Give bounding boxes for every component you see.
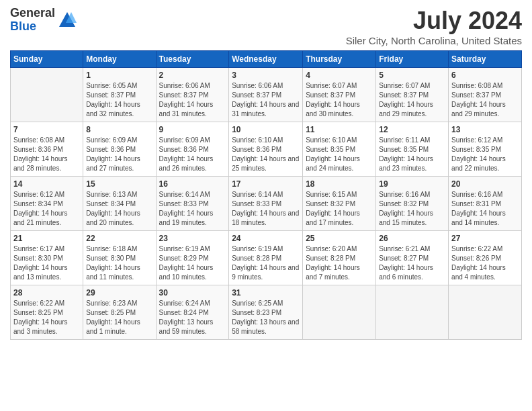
day-info: Sunrise: 6:19 AMSunset: 8:29 PMDaylight:…: [159, 245, 214, 281]
header-tuesday: Tuesday: [156, 51, 229, 68]
week-row-0: 1 Sunrise: 6:05 AMSunset: 8:37 PMDayligh…: [11, 68, 522, 122]
day-info: Sunrise: 6:17 AMSunset: 8:30 PMDaylight:…: [13, 245, 68, 281]
cell-w3-d1: 22 Sunrise: 6:18 AMSunset: 8:30 PMDaylig…: [83, 231, 156, 285]
day-number: 25: [306, 234, 373, 243]
subtitle: Siler City, North Carolina, United State…: [346, 35, 522, 46]
cell-w3-d4: 25 Sunrise: 6:20 AMSunset: 8:28 PMDaylig…: [303, 231, 376, 285]
day-info: Sunrise: 6:18 AMSunset: 8:30 PMDaylight:…: [86, 245, 140, 281]
day-number: 9: [159, 125, 226, 134]
cell-w4-d3: 31 Sunrise: 6:25 AMSunset: 8:23 PMDaylig…: [229, 285, 303, 340]
week-row-4: 28 Sunrise: 6:22 AMSunset: 8:25 PMDaylig…: [11, 285, 522, 340]
day-number: 17: [232, 179, 300, 189]
day-info: Sunrise: 6:08 AMSunset: 8:36 PMDaylight:…: [13, 136, 68, 172]
day-info: Sunrise: 6:06 AMSunset: 8:37 PMDaylight:…: [232, 82, 299, 118]
week-row-2: 14 Sunrise: 6:12 AMSunset: 8:34 PMDaylig…: [11, 177, 522, 231]
cell-w1-d6: 13 Sunrise: 6:12 AMSunset: 8:35 PMDaylig…: [449, 122, 522, 177]
day-info: Sunrise: 6:08 AMSunset: 8:37 PMDaylight:…: [451, 82, 506, 118]
day-number: 15: [86, 179, 152, 189]
cell-w0-d2: 2 Sunrise: 6:06 AMSunset: 8:37 PMDayligh…: [156, 68, 229, 122]
cell-w4-d6: [449, 285, 522, 340]
day-number: 28: [13, 288, 80, 298]
day-info: Sunrise: 6:10 AMSunset: 8:35 PMDaylight:…: [306, 136, 360, 172]
day-number: 31: [232, 288, 300, 298]
day-number: 1: [86, 71, 152, 80]
cell-w1-d2: 9 Sunrise: 6:09 AMSunset: 8:36 PMDayligh…: [156, 122, 229, 177]
cell-w2-d2: 16 Sunrise: 6:14 AMSunset: 8:33 PMDaylig…: [156, 177, 229, 231]
cell-w1-d4: 11 Sunrise: 6:10 AMSunset: 8:35 PMDaylig…: [303, 122, 376, 177]
cell-w1-d0: 7 Sunrise: 6:08 AMSunset: 8:36 PMDayligh…: [11, 122, 83, 177]
header-friday: Friday: [376, 51, 449, 68]
day-number: 14: [13, 179, 80, 189]
calendar-table: Sunday Monday Tuesday Wednesday Thursday…: [10, 50, 522, 340]
day-number: 2: [159, 71, 226, 80]
cell-w2-d4: 18 Sunrise: 6:15 AMSunset: 8:32 PMDaylig…: [303, 177, 376, 231]
header-row: Sunday Monday Tuesday Wednesday Thursday…: [11, 51, 522, 68]
day-info: Sunrise: 6:12 AMSunset: 8:34 PMDaylight:…: [13, 191, 68, 226]
cell-w2-d6: 20 Sunrise: 6:16 AMSunset: 8:31 PMDaylig…: [449, 177, 522, 231]
cell-w0-d1: 1 Sunrise: 6:05 AMSunset: 8:37 PMDayligh…: [83, 68, 156, 122]
cell-w1-d5: 12 Sunrise: 6:11 AMSunset: 8:35 PMDaylig…: [376, 122, 449, 177]
day-info: Sunrise: 6:16 AMSunset: 8:32 PMDaylight:…: [379, 191, 433, 226]
title-area: July 2024 Siler City, North Carolina, Un…: [346, 7, 522, 46]
logo-icon: [58, 11, 77, 30]
cell-w3-d5: 26 Sunrise: 6:21 AMSunset: 8:27 PMDaylig…: [376, 231, 449, 285]
day-number: 10: [232, 125, 300, 134]
day-number: 3: [232, 71, 300, 80]
day-info: Sunrise: 6:15 AMSunset: 8:32 PMDaylight:…: [306, 191, 360, 226]
cell-w4-d2: 30 Sunrise: 6:24 AMSunset: 8:24 PMDaylig…: [156, 285, 229, 340]
day-number: 26: [379, 234, 445, 243]
week-row-1: 7 Sunrise: 6:08 AMSunset: 8:36 PMDayligh…: [11, 122, 522, 177]
day-info: Sunrise: 6:24 AMSunset: 8:24 PMDaylight:…: [159, 300, 214, 335]
cell-w3-d2: 23 Sunrise: 6:19 AMSunset: 8:29 PMDaylig…: [156, 231, 229, 285]
header-wednesday: Wednesday: [229, 51, 303, 68]
cell-w3-d6: 27 Sunrise: 6:22 AMSunset: 8:26 PMDaylig…: [449, 231, 522, 285]
cell-w4-d4: [303, 285, 376, 340]
cell-w0-d3: 3 Sunrise: 6:06 AMSunset: 8:37 PMDayligh…: [229, 68, 303, 122]
cell-w4-d0: 28 Sunrise: 6:22 AMSunset: 8:25 PMDaylig…: [11, 285, 83, 340]
cell-w0-d6: 6 Sunrise: 6:08 AMSunset: 8:37 PMDayligh…: [449, 68, 522, 122]
day-info: Sunrise: 6:11 AMSunset: 8:35 PMDaylight:…: [379, 136, 433, 172]
cell-w0-d0: [11, 68, 83, 122]
cell-w4-d1: 29 Sunrise: 6:23 AMSunset: 8:25 PMDaylig…: [83, 285, 156, 340]
header: General Blue July 2024 Siler City, North…: [10, 7, 522, 46]
day-info: Sunrise: 6:21 AMSunset: 8:27 PMDaylight:…: [379, 245, 433, 281]
day-info: Sunrise: 6:09 AMSunset: 8:36 PMDaylight:…: [86, 136, 140, 172]
day-info: Sunrise: 6:12 AMSunset: 8:35 PMDaylight:…: [451, 136, 506, 172]
day-number: 7: [13, 125, 80, 134]
day-number: 29: [86, 288, 152, 298]
day-number: 8: [86, 125, 152, 134]
day-number: 20: [451, 179, 519, 189]
cell-w3-d0: 21 Sunrise: 6:17 AMSunset: 8:30 PMDaylig…: [11, 231, 83, 285]
header-saturday: Saturday: [449, 51, 522, 68]
day-number: 13: [451, 125, 519, 134]
header-monday: Monday: [83, 51, 156, 68]
week-row-3: 21 Sunrise: 6:17 AMSunset: 8:30 PMDaylig…: [11, 231, 522, 285]
day-info: Sunrise: 6:25 AMSunset: 8:23 PMDaylight:…: [232, 300, 299, 335]
day-number: 5: [379, 71, 445, 80]
cell-w0-d4: 4 Sunrise: 6:07 AMSunset: 8:37 PMDayligh…: [303, 68, 376, 122]
header-thursday: Thursday: [303, 51, 376, 68]
cell-w0-d5: 5 Sunrise: 6:07 AMSunset: 8:37 PMDayligh…: [376, 68, 449, 122]
cell-w2-d0: 14 Sunrise: 6:12 AMSunset: 8:34 PMDaylig…: [11, 177, 83, 231]
day-info: Sunrise: 6:07 AMSunset: 8:37 PMDaylight:…: [379, 82, 433, 118]
day-info: Sunrise: 6:07 AMSunset: 8:37 PMDaylight:…: [306, 82, 360, 118]
calendar-header: Sunday Monday Tuesday Wednesday Thursday…: [11, 51, 522, 68]
day-info: Sunrise: 6:16 AMSunset: 8:31 PMDaylight:…: [451, 191, 506, 226]
cell-w4-d5: [376, 285, 449, 340]
cell-w2-d5: 19 Sunrise: 6:16 AMSunset: 8:32 PMDaylig…: [376, 177, 449, 231]
cell-w2-d1: 15 Sunrise: 6:13 AMSunset: 8:34 PMDaylig…: [83, 177, 156, 231]
header-sunday: Sunday: [11, 51, 83, 68]
day-number: 6: [451, 71, 519, 80]
calendar-body: 1 Sunrise: 6:05 AMSunset: 8:37 PMDayligh…: [11, 68, 522, 340]
day-info: Sunrise: 6:05 AMSunset: 8:37 PMDaylight:…: [86, 82, 140, 118]
day-info: Sunrise: 6:19 AMSunset: 8:28 PMDaylight:…: [232, 245, 299, 281]
day-number: 22: [86, 234, 152, 243]
day-info: Sunrise: 6:10 AMSunset: 8:36 PMDaylight:…: [232, 136, 299, 172]
logo-general: General: [10, 7, 55, 20]
cell-w1-d1: 8 Sunrise: 6:09 AMSunset: 8:36 PMDayligh…: [83, 122, 156, 177]
day-number: 16: [159, 179, 226, 189]
day-number: 24: [232, 234, 300, 243]
day-number: 18: [306, 179, 373, 189]
day-number: 30: [159, 288, 226, 298]
day-info: Sunrise: 6:23 AMSunset: 8:25 PMDaylight:…: [86, 300, 140, 335]
